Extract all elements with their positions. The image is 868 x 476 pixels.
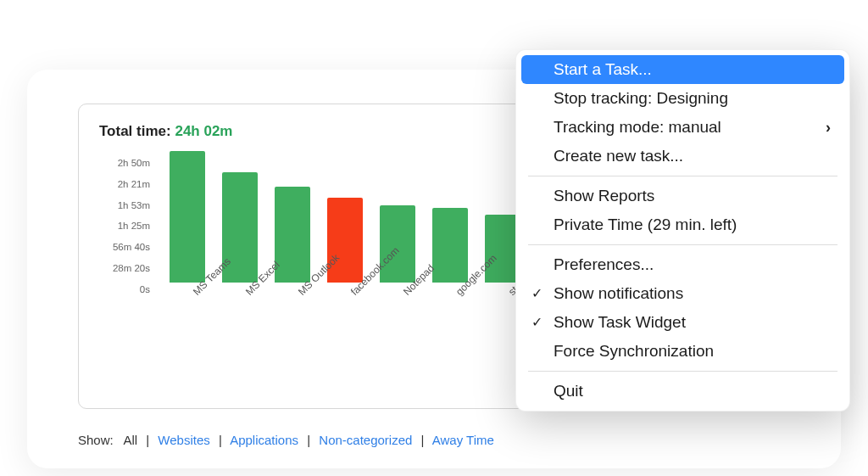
- bar-label: MS Excel: [243, 289, 252, 298]
- bar-label: MS Outlook: [296, 289, 304, 298]
- y-tick: 28m 20s: [113, 264, 150, 274]
- menu-item-label: Private Time (29 min. left): [554, 216, 737, 234]
- y-tick: 1h 53m: [118, 201, 150, 211]
- filter-applications[interactable]: Applications: [230, 433, 298, 447]
- y-tick: 2h 21m: [118, 180, 150, 190]
- total-time-value: 24h 02m: [175, 123, 232, 139]
- chevron-right-icon: ›: [826, 119, 831, 137]
- filter-row: Show: All | Websites | Applications | No…: [78, 433, 790, 447]
- y-axis: 2h 50m 2h 21m 1h 53m 1h 25m 56m 40s 28m …: [99, 159, 150, 294]
- separator: |: [307, 433, 310, 447]
- filter-websites[interactable]: Websites: [158, 433, 209, 447]
- y-tick: 0s: [140, 285, 150, 295]
- menu-show-notifications[interactable]: ✓ Show notifications: [516, 279, 849, 308]
- menu-separator: [528, 371, 837, 372]
- menu-create-task[interactable]: Create new task...: [516, 142, 849, 171]
- menu-item-label: Start a Task...: [554, 60, 652, 79]
- bar[interactable]: [170, 151, 205, 283]
- menu-item-label: Show notifications: [554, 284, 683, 303]
- menu-item-label: Preferences...: [554, 255, 654, 274]
- total-time-label: Total time:: [99, 123, 171, 139]
- bar-column: facebook.com: [327, 198, 363, 294]
- filter-all[interactable]: All: [123, 433, 137, 447]
- bar[interactable]: [327, 198, 363, 283]
- y-tick: 2h 50m: [118, 159, 150, 169]
- bar-label: Notepad: [401, 289, 409, 298]
- check-icon: ✓: [531, 314, 542, 330]
- bar-column: google.com: [432, 208, 468, 294]
- separator: |: [421, 433, 425, 447]
- menu-item-label: Tracking mode: manual: [554, 118, 721, 137]
- bar-label: facebook.com: [348, 289, 357, 298]
- bars-container: MS TeamsMS ExcelMS Outlookfacebook.comNo…: [154, 159, 520, 294]
- separator: |: [219, 433, 222, 447]
- menu-item-label: Stop tracking: Designing: [554, 89, 728, 108]
- separator: |: [146, 433, 149, 447]
- menu-tracking-mode[interactable]: Tracking mode: manual ›: [516, 113, 849, 142]
- y-tick: 1h 25m: [118, 221, 150, 232]
- menu-item-label: Create new task...: [554, 147, 683, 165]
- menu-show-reports[interactable]: Show Reports: [516, 182, 849, 210]
- context-menu: Start a Task... Stop tracking: Designing…: [515, 49, 850, 412]
- menu-item-label: Quit: [554, 382, 583, 400]
- bar[interactable]: [432, 208, 468, 283]
- bar-column: MS Outlook: [275, 187, 310, 294]
- filter-label: Show:: [78, 433, 114, 447]
- bar-column: MS Excel: [222, 172, 258, 294]
- check-icon: ✓: [531, 285, 542, 301]
- menu-separator: [528, 176, 837, 176]
- bar-column: MS Teams: [170, 151, 205, 294]
- menu-stop-tracking[interactable]: Stop tracking: Designing: [516, 84, 849, 113]
- menu-private-time[interactable]: Private Time (29 min. left): [516, 210, 849, 239]
- menu-force-sync[interactable]: Force Synchronization: [516, 337, 849, 366]
- filter-noncategorized[interactable]: Non-categorized: [319, 433, 412, 447]
- menu-quit[interactable]: Quit: [516, 377, 849, 406]
- bar-label: google.com: [453, 289, 462, 298]
- filter-awaytime[interactable]: Away Time: [432, 433, 494, 447]
- menu-separator: [528, 244, 837, 245]
- bar-label: stackoverflow.com: [506, 289, 515, 298]
- bar-label: MS Teams: [191, 289, 199, 298]
- menu-show-task-widget[interactable]: ✓ Show Task Widget: [516, 308, 849, 337]
- menu-item-label: Force Synchronization: [554, 342, 714, 361]
- menu-start-task[interactable]: Start a Task...: [521, 55, 844, 84]
- y-tick: 56m 40s: [113, 243, 150, 253]
- bar[interactable]: [380, 205, 415, 283]
- menu-item-label: Show Task Widget: [554, 313, 686, 332]
- menu-item-label: Show Reports: [554, 187, 654, 205]
- menu-preferences[interactable]: Preferences...: [516, 250, 849, 279]
